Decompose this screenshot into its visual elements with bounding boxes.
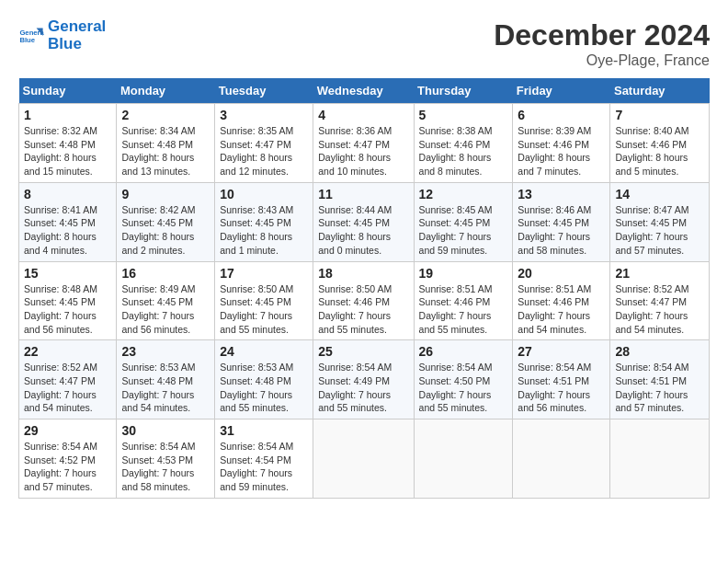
calendar-week-row: 29Sunrise: 8:54 AM Sunset: 4:52 PM Dayli… (19, 419, 710, 499)
day-info: Sunrise: 8:54 AM Sunset: 4:54 PM Dayligh… (220, 440, 308, 494)
day-info: Sunrise: 8:47 AM Sunset: 4:45 PM Dayligh… (615, 203, 704, 258)
day-info: Sunrise: 8:52 AM Sunset: 4:47 PM Dayligh… (615, 282, 704, 337)
svg-text:Blue: Blue (19, 36, 35, 44)
day-number: 18 (318, 266, 408, 281)
col-header-monday: Monday (117, 78, 215, 104)
calendar-cell: 29Sunrise: 8:54 AM Sunset: 4:52 PM Dayli… (19, 419, 117, 499)
calendar-cell: 7Sunrise: 8:40 AM Sunset: 4:46 PM Daylig… (610, 104, 710, 183)
day-number: 29 (24, 423, 111, 438)
day-info: Sunrise: 8:51 AM Sunset: 4:46 PM Dayligh… (419, 282, 508, 337)
day-info: Sunrise: 8:46 AM Sunset: 4:45 PM Dayligh… (518, 203, 605, 258)
day-info: Sunrise: 8:41 AM Sunset: 4:45 PM Dayligh… (24, 203, 111, 258)
day-number: 20 (518, 266, 605, 281)
day-info: Sunrise: 8:34 AM Sunset: 4:48 PM Dayligh… (121, 124, 210, 178)
calendar-cell: 12Sunrise: 8:45 AM Sunset: 4:45 PM Dayli… (414, 182, 513, 261)
day-info: Sunrise: 8:39 AM Sunset: 4:46 PM Dayligh… (518, 124, 605, 178)
day-number: 5 (419, 108, 508, 122)
calendar-cell: 1Sunrise: 8:32 AM Sunset: 4:48 PM Daylig… (19, 104, 117, 183)
day-number: 31 (220, 423, 308, 438)
col-header-sunday: Sunday (19, 78, 117, 104)
calendar-table: SundayMondayTuesdayWednesdayThursdayFrid… (18, 78, 710, 499)
day-number: 15 (24, 266, 111, 281)
title-block: December 2024 Oye-Plage, France (494, 18, 710, 69)
day-number: 8 (24, 187, 111, 201)
calendar-cell: 28Sunrise: 8:54 AM Sunset: 4:51 PM Dayli… (610, 340, 710, 419)
day-number: 27 (518, 344, 605, 359)
day-info: Sunrise: 8:53 AM Sunset: 4:48 PM Dayligh… (220, 361, 308, 415)
calendar-week-row: 15Sunrise: 8:48 AM Sunset: 4:45 PM Dayli… (19, 261, 710, 340)
calendar-cell: 21Sunrise: 8:52 AM Sunset: 4:47 PM Dayli… (610, 261, 710, 340)
day-info: Sunrise: 8:32 AM Sunset: 4:48 PM Dayligh… (24, 124, 111, 178)
logo-icon: General Blue (18, 23, 44, 49)
col-header-wednesday: Wednesday (313, 78, 414, 104)
day-info: Sunrise: 8:45 AM Sunset: 4:45 PM Dayligh… (419, 203, 508, 258)
calendar-cell: 14Sunrise: 8:47 AM Sunset: 4:45 PM Dayli… (610, 182, 710, 261)
day-info: Sunrise: 8:50 AM Sunset: 4:45 PM Dayligh… (220, 282, 308, 337)
calendar-cell: 20Sunrise: 8:51 AM Sunset: 4:46 PM Dayli… (513, 261, 610, 340)
day-info: Sunrise: 8:54 AM Sunset: 4:53 PM Dayligh… (121, 440, 210, 494)
day-info: Sunrise: 8:54 AM Sunset: 4:51 PM Dayligh… (518, 361, 605, 415)
day-number: 4 (318, 108, 408, 122)
day-number: 11 (318, 187, 408, 201)
day-info: Sunrise: 8:53 AM Sunset: 4:48 PM Dayligh… (121, 361, 210, 415)
day-number: 25 (318, 344, 408, 359)
calendar-cell (610, 419, 710, 499)
calendar-cell: 16Sunrise: 8:49 AM Sunset: 4:45 PM Dayli… (117, 261, 215, 340)
day-info: Sunrise: 8:38 AM Sunset: 4:46 PM Dayligh… (419, 124, 508, 178)
calendar-cell: 9Sunrise: 8:42 AM Sunset: 4:45 PM Daylig… (117, 182, 215, 261)
calendar-cell: 4Sunrise: 8:36 AM Sunset: 4:47 PM Daylig… (313, 104, 414, 183)
day-number: 14 (615, 187, 704, 201)
day-info: Sunrise: 8:54 AM Sunset: 4:50 PM Dayligh… (419, 361, 508, 415)
col-header-tuesday: Tuesday (215, 78, 313, 104)
day-number: 9 (121, 187, 210, 201)
calendar-cell: 17Sunrise: 8:50 AM Sunset: 4:45 PM Dayli… (215, 261, 313, 340)
day-info: Sunrise: 8:49 AM Sunset: 4:45 PM Dayligh… (121, 282, 210, 337)
day-number: 7 (615, 108, 704, 122)
calendar-body: 1Sunrise: 8:32 AM Sunset: 4:48 PM Daylig… (19, 104, 710, 499)
calendar-cell: 10Sunrise: 8:43 AM Sunset: 4:45 PM Dayli… (215, 182, 313, 261)
calendar-cell: 27Sunrise: 8:54 AM Sunset: 4:51 PM Dayli… (513, 340, 610, 419)
day-number: 1 (24, 108, 111, 122)
col-header-thursday: Thursday (414, 78, 513, 104)
day-number: 16 (121, 266, 210, 281)
calendar-week-row: 22Sunrise: 8:52 AM Sunset: 4:47 PM Dayli… (19, 340, 710, 419)
calendar-cell: 22Sunrise: 8:52 AM Sunset: 4:47 PM Dayli… (19, 340, 117, 419)
calendar-title: December 2024 (494, 18, 710, 52)
calendar-cell: 5Sunrise: 8:38 AM Sunset: 4:46 PM Daylig… (414, 104, 513, 183)
day-number: 12 (419, 187, 508, 201)
calendar-cell: 2Sunrise: 8:34 AM Sunset: 4:48 PM Daylig… (117, 104, 215, 183)
day-info: Sunrise: 8:54 AM Sunset: 4:49 PM Dayligh… (318, 361, 408, 415)
day-info: Sunrise: 8:36 AM Sunset: 4:47 PM Dayligh… (318, 124, 408, 178)
calendar-cell: 18Sunrise: 8:50 AM Sunset: 4:46 PM Dayli… (313, 261, 414, 340)
day-info: Sunrise: 8:43 AM Sunset: 4:45 PM Dayligh… (220, 203, 308, 258)
calendar-cell (313, 419, 414, 499)
day-number: 26 (419, 344, 508, 359)
col-header-friday: Friday (513, 78, 610, 104)
calendar-cell: 25Sunrise: 8:54 AM Sunset: 4:49 PM Dayli… (313, 340, 414, 419)
calendar-cell: 19Sunrise: 8:51 AM Sunset: 4:46 PM Dayli… (414, 261, 513, 340)
day-info: Sunrise: 8:35 AM Sunset: 4:47 PM Dayligh… (220, 124, 308, 178)
calendar-week-row: 8Sunrise: 8:41 AM Sunset: 4:45 PM Daylig… (19, 182, 710, 261)
calendar-cell: 23Sunrise: 8:53 AM Sunset: 4:48 PM Dayli… (117, 340, 215, 419)
calendar-cell: 24Sunrise: 8:53 AM Sunset: 4:48 PM Dayli… (215, 340, 313, 419)
calendar-subtitle: Oye-Plage, France (494, 52, 710, 69)
calendar-cell (414, 419, 513, 499)
day-number: 2 (121, 108, 210, 122)
page-header: General Blue GeneralBlue December 2024 O… (18, 18, 710, 69)
day-number: 22 (24, 344, 111, 359)
calendar-cell: 3Sunrise: 8:35 AM Sunset: 4:47 PM Daylig… (215, 104, 313, 183)
day-number: 23 (121, 344, 210, 359)
calendar-cell: 13Sunrise: 8:46 AM Sunset: 4:45 PM Dayli… (513, 182, 610, 261)
col-header-saturday: Saturday (610, 78, 710, 104)
day-info: Sunrise: 8:40 AM Sunset: 4:46 PM Dayligh… (615, 124, 704, 178)
calendar-header-row: SundayMondayTuesdayWednesdayThursdayFrid… (19, 78, 710, 104)
day-number: 19 (419, 266, 508, 281)
calendar-cell: 8Sunrise: 8:41 AM Sunset: 4:45 PM Daylig… (19, 182, 117, 261)
day-info: Sunrise: 8:42 AM Sunset: 4:45 PM Dayligh… (121, 203, 210, 258)
logo-text: GeneralBlue (48, 18, 106, 52)
logo: General Blue GeneralBlue (18, 18, 106, 52)
day-number: 28 (615, 344, 704, 359)
calendar-week-row: 1Sunrise: 8:32 AM Sunset: 4:48 PM Daylig… (19, 104, 710, 183)
day-info: Sunrise: 8:54 AM Sunset: 4:52 PM Dayligh… (24, 440, 111, 494)
calendar-cell (513, 419, 610, 499)
